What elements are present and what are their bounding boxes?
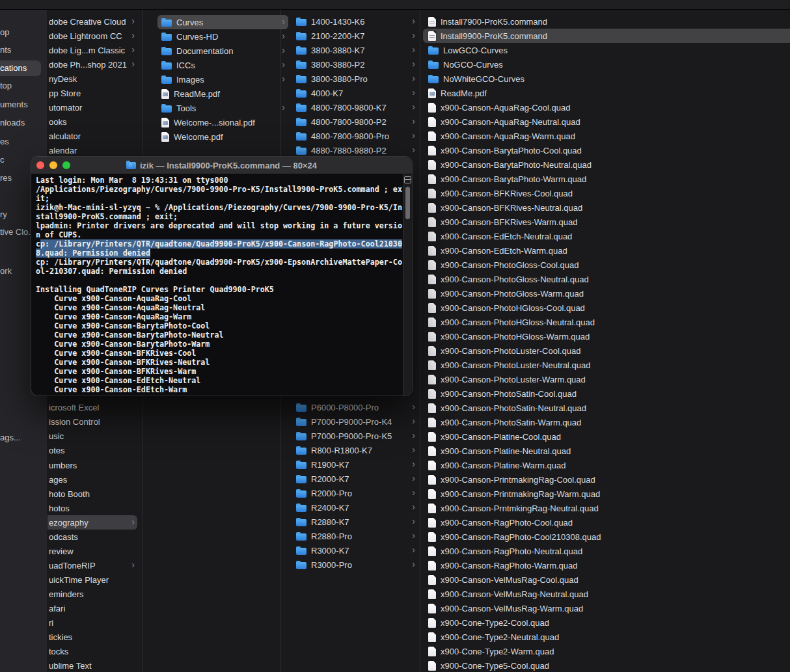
folder-list-item[interactable]: 4800-7800-9800-Pro› — [281, 129, 435, 143]
file-list-item[interactable]: x900-Canson-VelMusRag-Warm.quad — [420, 601, 790, 615]
folder-list-item[interactable]: R2400-K7› — [281, 500, 435, 515]
app-list-item[interactable]: ission Control — [48, 414, 144, 429]
folder-list-item[interactable]: 2100-2200-K7› — [281, 29, 435, 43]
terminal-title-bar[interactable]: izik — Install9900-ProK5.command — 80×24 — [31, 157, 412, 174]
file-list-item[interactable]: x900-Cone-Type5-Cool.quad — [420, 658, 790, 672]
folder-list-item[interactable]: 4800-7800-9800-P2› — [281, 114, 435, 129]
app-list-item[interactable]: ezography› — [48, 515, 144, 530]
file-list-item[interactable]: x900-Canson-BFKRives-Neutral.quad — [420, 200, 790, 215]
file-list-item[interactable]: x900-Canson-PhotoSatin-Warm.quad — [420, 415, 790, 429]
folder-list-item[interactable]: R2000-Pro› — [281, 486, 435, 500]
app-list-item[interactable]: review — [48, 544, 144, 558]
file-list-item[interactable]: x900-Canson-BarytaPhoto-Cool.quad — [420, 143, 790, 157]
file-list-item[interactable]: x900-Cone-Type2-Warm.quad — [420, 644, 790, 658]
app-list-item[interactable]: ooks — [48, 114, 144, 129]
file-list-item[interactable]: NoWhiteGCO-Curves — [420, 72, 790, 86]
file-list-item[interactable]: x900-Canson-RagPhoto-Cool.quad — [420, 515, 790, 530]
file-list-item[interactable]: x900-Canson-PhotoSatin-Cool.quad — [420, 386, 790, 401]
app-list-item[interactable]: tocks — [48, 644, 144, 658]
sidebar-item[interactable]: cations — [0, 60, 46, 76]
file-list-item[interactable]: x900-Canson-BarytaPhoto-Warm.quad — [420, 172, 790, 186]
folder-list-item[interactable]: 3800-3880-Pro› — [281, 72, 435, 86]
file-list-item[interactable]: LowGCO-Curves — [420, 43, 790, 57]
file-list-item[interactable]: x900-Canson-PhotoLuster-Warm.quad — [420, 372, 790, 386]
minimize-button[interactable] — [49, 161, 57, 169]
folder-list-item[interactable]: R1900-K7› — [281, 457, 435, 472]
file-list-item[interactable]: x900-Cone-Type2-Cool.quad — [420, 615, 790, 630]
file-list-item[interactable]: Curves› — [143, 15, 299, 29]
terminal-scrollbar[interactable] — [403, 174, 412, 396]
app-list-item[interactable]: ri — [48, 615, 144, 630]
split-pane-button[interactable] — [404, 176, 411, 183]
file-list-item[interactable]: x900-Canson-PhotoGloss-Cool.quad — [420, 258, 790, 272]
file-list-item[interactable]: x900-Canson-BFKRives-Warm.quad — [420, 215, 790, 229]
file-list-item[interactable]: Welcome.pdf — [143, 129, 299, 144]
close-button[interactable] — [36, 161, 44, 169]
app-list-item[interactable]: utomator — [48, 100, 144, 114]
app-list-item[interactable]: nyDesk — [48, 72, 144, 86]
file-list-item[interactable]: x900-Canson-PrintmakingRag-Cool.quad — [420, 472, 790, 487]
file-list-item[interactable]: x900-Canson-PhotoHGloss-Cool.quad — [420, 301, 790, 315]
app-list-item[interactable]: afari — [48, 601, 144, 615]
app-list-item[interactable]: alendar — [48, 143, 144, 157]
app-list-item[interactable]: uickTime Player — [48, 572, 144, 587]
zoom-button[interactable] — [62, 161, 70, 169]
folder-list-item[interactable]: R800-R1800-K7› — [281, 443, 435, 457]
file-list-item[interactable]: Images› — [143, 72, 299, 87]
app-list-item[interactable]: otes — [48, 443, 144, 457]
file-list-item[interactable]: ReadMe.pdf — [420, 86, 790, 100]
folder-list-item[interactable]: R2000-K7› — [281, 472, 435, 486]
file-list-item[interactable]: x900-Canson-RagPhoto-Cool210308.quad — [420, 530, 790, 544]
sidebar-item[interactable]: es — [0, 134, 46, 150]
app-list-item[interactable]: pp Store — [48, 86, 144, 100]
file-list-item[interactable]: x900-Canson-Platine-Warm.quad — [420, 458, 790, 472]
folder-list-item[interactable]: P7000-P9000-Pro-K5› — [281, 429, 435, 443]
file-list-item[interactable]: x900-Canson-PrntmkingRag-Neutral.quad — [420, 501, 790, 515]
folder-list-item[interactable]: R3000-K7› — [281, 543, 435, 558]
file-list-item[interactable]: x900-Canson-Platine-Cool.quad — [420, 429, 790, 444]
folder-list-item[interactable]: R2880-K7› — [281, 515, 435, 529]
folder-list-item[interactable]: R3000-Pro› — [281, 558, 435, 572]
file-list-item[interactable]: x900-Canson-EdEtch-Neutral.quad — [420, 229, 790, 243]
file-list-item[interactable]: x900-Canson-EdEtch-Warm.quad — [420, 243, 790, 258]
terminal-output[interactable]: Last login: Mon Mar 8 19:43:31 on ttys00… — [36, 176, 402, 394]
app-list-item[interactable]: ages — [48, 472, 144, 487]
app-list-item[interactable]: uadToneRIP› — [48, 558, 144, 572]
file-list-item[interactable]: x900-Canson-PhotoLuster-Neutral.quad — [420, 358, 790, 372]
file-list-item[interactable]: x900-Canson-AquaRag-Cool.quad — [420, 100, 790, 114]
file-list-item[interactable]: x900-Canson-VelMusRag-Neutral.quad — [420, 587, 790, 601]
file-list-item[interactable]: x900-Canson-VelMusRag-Cool.quad — [420, 572, 790, 587]
app-list-item[interactable]: hoto Booth — [48, 487, 144, 501]
app-list-item[interactable]: alculator — [48, 129, 144, 143]
sidebar-item[interactable]: uments — [0, 97, 46, 113]
app-list-item[interactable]: dobe Creative Cloud› — [48, 14, 144, 29]
file-list-item[interactable]: ICCs› — [143, 58, 299, 72]
folder-list-item[interactable]: 4880-7880-9880-P2› — [281, 143, 435, 157]
file-list-item[interactable]: x900-Canson-PhotoGloss-Warm.quad — [420, 286, 790, 301]
file-list-item[interactable]: x900-Canson-RagPhoto-Neutral.quad — [420, 544, 790, 558]
file-list-item[interactable]: x900-Canson-BarytaPhoto-Neutral.quad — [420, 157, 790, 172]
file-list-item[interactable]: Tools› — [143, 101, 299, 115]
file-list-item[interactable]: x900-Canson-RagPhoto-Warm.quad — [420, 558, 790, 572]
file-list-item[interactable]: NoGCO-Curves — [420, 57, 790, 72]
folder-list-item[interactable]: P6000-P8000-Pro› — [281, 400, 435, 414]
folder-list-item[interactable]: P7000-P9000-Pro-K4› — [281, 414, 435, 429]
app-list-item[interactable]: tickies — [48, 630, 144, 644]
app-list-item[interactable]: icrosoft Excel — [48, 400, 144, 414]
sidebar-item[interactable]: nts — [0, 42, 46, 58]
file-list-item[interactable]: Install9900-ProK5.command — [420, 29, 790, 43]
folder-list-item[interactable]: 4800-7800-9800-K7› — [281, 100, 435, 114]
file-list-item[interactable]: x900-Canson-PhotoHGloss-Neutral.quad — [420, 315, 790, 329]
app-list-item[interactable]: eminders — [48, 587, 144, 601]
app-list-item[interactable]: dobe Lightroom CC› — [48, 29, 144, 43]
sidebar-item[interactable]: ags... — [0, 430, 46, 446]
sidebar-item[interactable]: op — [0, 25, 46, 40]
file-list-item[interactable]: Install7900-ProK5.command — [420, 14, 790, 29]
sidebar-item[interactable]: nloads — [0, 115, 46, 131]
app-list-item[interactable]: dobe Lig...m Classic› — [48, 43, 144, 57]
file-list-item[interactable]: x900-Canson-BFKRives-Cool.quad — [420, 186, 790, 200]
file-list-item[interactable]: x900-Canson-PhotoLuster-Cool.quad — [420, 343, 790, 358]
file-list-item[interactable]: x900-Canson-Platine-Neutral.quad — [420, 444, 790, 458]
scrollbar-thumb[interactable] — [405, 187, 410, 219]
file-list-item[interactable]: x900-Canson-PrintmakingRag-Warm.quad — [420, 487, 790, 501]
